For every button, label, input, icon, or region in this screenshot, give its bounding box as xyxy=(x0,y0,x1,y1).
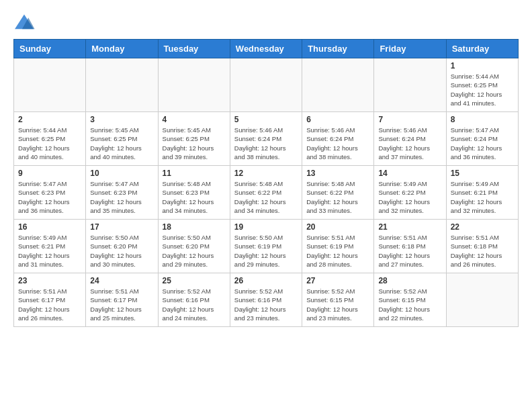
day-info: Sunrise: 5:49 AM Sunset: 6:22 PM Dayligh… xyxy=(378,179,441,215)
day-info: Sunrise: 5:46 AM Sunset: 6:24 PM Dayligh… xyxy=(234,126,298,161)
calendar-cell xyxy=(86,58,158,112)
day-info: Sunrise: 5:45 AM Sunset: 6:25 PM Dayligh… xyxy=(163,126,226,161)
calendar-table: SundayMondayTuesdayWednesdayThursdayFrid… xyxy=(13,39,519,327)
calendar-cell xyxy=(230,58,302,112)
calendar-cell: 11Sunrise: 5:48 AM Sunset: 6:23 PM Dayli… xyxy=(158,166,230,220)
day-info: Sunrise: 5:52 AM Sunset: 6:15 PM Dayligh… xyxy=(378,287,441,322)
day-info: Sunrise: 5:48 AM Sunset: 6:22 PM Dayligh… xyxy=(234,179,298,215)
calendar-cell: 12Sunrise: 5:48 AM Sunset: 6:22 PM Dayli… xyxy=(230,166,302,220)
calendar-cell: 7Sunrise: 5:46 AM Sunset: 6:24 PM Daylig… xyxy=(374,112,446,166)
day-info: Sunrise: 5:50 AM Sunset: 6:20 PM Dayligh… xyxy=(90,233,153,269)
calendar-cell: 25Sunrise: 5:52 AM Sunset: 6:16 PM Dayli… xyxy=(158,273,230,327)
calendar-header-monday: Monday xyxy=(86,40,158,58)
calendar-cell: 14Sunrise: 5:49 AM Sunset: 6:22 PM Dayli… xyxy=(374,166,446,220)
calendar-cell: 3Sunrise: 5:45 AM Sunset: 6:25 PM Daylig… xyxy=(86,112,158,166)
calendar-cell: 2Sunrise: 5:44 AM Sunset: 6:25 PM Daylig… xyxy=(14,112,86,166)
calendar-cell: 1Sunrise: 5:44 AM Sunset: 6:25 PM Daylig… xyxy=(446,58,518,112)
day-number: 6 xyxy=(306,115,369,124)
day-number: 22 xyxy=(451,222,514,232)
calendar-cell xyxy=(14,58,86,112)
day-number: 27 xyxy=(306,276,369,285)
day-info: Sunrise: 5:51 AM Sunset: 6:18 PM Dayligh… xyxy=(378,233,441,269)
day-number: 13 xyxy=(306,169,369,178)
day-number: 15 xyxy=(451,169,514,178)
calendar-cell: 10Sunrise: 5:47 AM Sunset: 6:23 PM Dayli… xyxy=(86,166,158,220)
day-number: 18 xyxy=(163,222,226,232)
calendar-week-5: 23Sunrise: 5:51 AM Sunset: 6:17 PM Dayli… xyxy=(14,273,519,327)
calendar-cell: 28Sunrise: 5:52 AM Sunset: 6:15 PM Dayli… xyxy=(374,273,446,327)
day-number: 7 xyxy=(378,115,441,124)
day-info: Sunrise: 5:44 AM Sunset: 6:25 PM Dayligh… xyxy=(451,72,514,107)
day-info: Sunrise: 5:44 AM Sunset: 6:25 PM Dayligh… xyxy=(18,126,81,161)
calendar-cell xyxy=(374,58,446,112)
day-info: Sunrise: 5:51 AM Sunset: 6:18 PM Dayligh… xyxy=(451,233,514,269)
day-number: 26 xyxy=(234,276,298,285)
day-number: 2 xyxy=(18,115,81,124)
day-info: Sunrise: 5:51 AM Sunset: 6:17 PM Dayligh… xyxy=(90,287,153,322)
day-info: Sunrise: 5:46 AM Sunset: 6:24 PM Dayligh… xyxy=(378,126,441,161)
calendar-cell: 27Sunrise: 5:52 AM Sunset: 6:15 PM Dayli… xyxy=(302,273,374,327)
day-number: 16 xyxy=(18,222,81,232)
day-info: Sunrise: 5:48 AM Sunset: 6:22 PM Dayligh… xyxy=(306,179,369,215)
day-number: 3 xyxy=(90,115,153,124)
day-number: 19 xyxy=(234,222,298,232)
day-number: 28 xyxy=(378,276,441,285)
day-number: 17 xyxy=(90,222,153,232)
day-number: 10 xyxy=(90,169,153,178)
day-info: Sunrise: 5:47 AM Sunset: 6:23 PM Dayligh… xyxy=(90,179,153,215)
day-number: 5 xyxy=(234,115,298,124)
calendar-cell: 20Sunrise: 5:51 AM Sunset: 6:19 PM Dayli… xyxy=(302,220,374,273)
day-number: 4 xyxy=(163,115,226,124)
logo xyxy=(13,13,38,32)
calendar-header-sunday: Sunday xyxy=(14,40,86,58)
calendar-cell: 18Sunrise: 5:50 AM Sunset: 6:20 PM Dayli… xyxy=(158,220,230,273)
calendar-cell: 22Sunrise: 5:51 AM Sunset: 6:18 PM Dayli… xyxy=(446,220,518,273)
logo-icon xyxy=(13,13,35,32)
day-number: 12 xyxy=(234,169,298,178)
day-info: Sunrise: 5:47 AM Sunset: 6:24 PM Dayligh… xyxy=(451,126,514,161)
calendar-header-wednesday: Wednesday xyxy=(230,40,302,58)
calendar-cell: 16Sunrise: 5:49 AM Sunset: 6:21 PM Dayli… xyxy=(14,220,86,273)
calendar-cell xyxy=(446,273,518,327)
day-number: 1 xyxy=(451,61,514,71)
calendar-cell: 15Sunrise: 5:49 AM Sunset: 6:21 PM Dayli… xyxy=(446,166,518,220)
calendar-cell: 13Sunrise: 5:48 AM Sunset: 6:22 PM Dayli… xyxy=(302,166,374,220)
day-number: 23 xyxy=(18,276,81,285)
calendar-cell: 23Sunrise: 5:51 AM Sunset: 6:17 PM Dayli… xyxy=(14,273,86,327)
calendar-week-3: 9Sunrise: 5:47 AM Sunset: 6:23 PM Daylig… xyxy=(14,166,519,220)
calendar-header-tuesday: Tuesday xyxy=(158,40,230,58)
day-info: Sunrise: 5:48 AM Sunset: 6:23 PM Dayligh… xyxy=(163,179,226,215)
day-number: 14 xyxy=(378,169,441,178)
day-info: Sunrise: 5:51 AM Sunset: 6:19 PM Dayligh… xyxy=(306,233,369,269)
calendar-header-friday: Friday xyxy=(374,40,446,58)
day-number: 21 xyxy=(378,222,441,232)
day-info: Sunrise: 5:49 AM Sunset: 6:21 PM Dayligh… xyxy=(18,233,81,269)
calendar-week-1: 1Sunrise: 5:44 AM Sunset: 6:25 PM Daylig… xyxy=(14,58,519,112)
day-number: 24 xyxy=(90,276,153,285)
calendar-week-2: 2Sunrise: 5:44 AM Sunset: 6:25 PM Daylig… xyxy=(14,112,519,166)
calendar-cell: 21Sunrise: 5:51 AM Sunset: 6:18 PM Dayli… xyxy=(374,220,446,273)
day-info: Sunrise: 5:50 AM Sunset: 6:19 PM Dayligh… xyxy=(234,233,298,269)
calendar-header-row: SundayMondayTuesdayWednesdayThursdayFrid… xyxy=(14,40,519,58)
calendar-cell: 8Sunrise: 5:47 AM Sunset: 6:24 PM Daylig… xyxy=(446,112,518,166)
calendar-header-thursday: Thursday xyxy=(302,40,374,58)
calendar-cell xyxy=(158,58,230,112)
day-info: Sunrise: 5:46 AM Sunset: 6:24 PM Dayligh… xyxy=(306,126,369,161)
calendar-header-saturday: Saturday xyxy=(446,40,518,58)
calendar-cell: 9Sunrise: 5:47 AM Sunset: 6:23 PM Daylig… xyxy=(14,166,86,220)
day-number: 8 xyxy=(451,115,514,124)
day-info: Sunrise: 5:49 AM Sunset: 6:21 PM Dayligh… xyxy=(451,179,514,215)
day-info: Sunrise: 5:52 AM Sunset: 6:16 PM Dayligh… xyxy=(163,287,226,322)
day-info: Sunrise: 5:51 AM Sunset: 6:17 PM Dayligh… xyxy=(18,287,81,322)
calendar-week-4: 16Sunrise: 5:49 AM Sunset: 6:21 PM Dayli… xyxy=(14,220,519,273)
day-info: Sunrise: 5:50 AM Sunset: 6:20 PM Dayligh… xyxy=(163,233,226,269)
calendar-cell: 24Sunrise: 5:51 AM Sunset: 6:17 PM Dayli… xyxy=(86,273,158,327)
page-header xyxy=(13,13,519,32)
calendar-cell xyxy=(302,58,374,112)
day-number: 9 xyxy=(18,169,81,178)
day-number: 20 xyxy=(306,222,369,232)
day-info: Sunrise: 5:47 AM Sunset: 6:23 PM Dayligh… xyxy=(18,179,81,215)
calendar-cell: 17Sunrise: 5:50 AM Sunset: 6:20 PM Dayli… xyxy=(86,220,158,273)
calendar-cell: 6Sunrise: 5:46 AM Sunset: 6:24 PM Daylig… xyxy=(302,112,374,166)
day-info: Sunrise: 5:52 AM Sunset: 6:15 PM Dayligh… xyxy=(306,287,369,322)
